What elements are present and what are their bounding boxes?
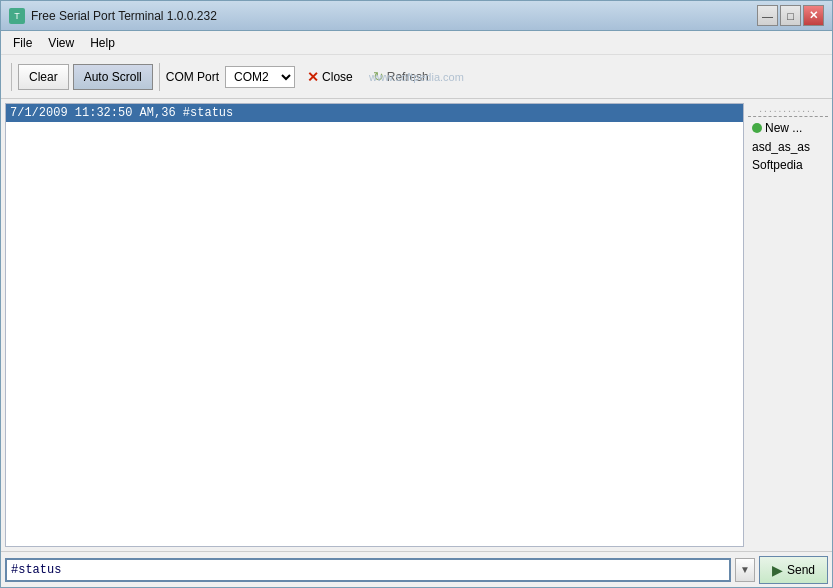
menu-bar: File View Help bbox=[1, 31, 832, 55]
separator-2 bbox=[159, 63, 160, 91]
minimize-button[interactable]: — bbox=[757, 5, 778, 26]
send-arrow-icon: ▶ bbox=[772, 562, 783, 578]
close-label: Close bbox=[322, 70, 353, 84]
new-label: New ... bbox=[765, 121, 802, 135]
x-icon: ✕ bbox=[307, 69, 319, 85]
new-button[interactable]: New ... bbox=[748, 119, 828, 137]
title-bar: T Free Serial Port Terminal 1.0.0.232 — … bbox=[1, 1, 832, 31]
menu-help[interactable]: Help bbox=[82, 34, 123, 52]
maximize-button[interactable]: □ bbox=[780, 5, 801, 26]
window-title: Free Serial Port Terminal 1.0.0.232 bbox=[31, 9, 217, 23]
refresh-icon: ↻ bbox=[373, 69, 384, 84]
close-connection-button[interactable]: ✕ Close bbox=[299, 64, 361, 90]
refresh-label: Refresh bbox=[387, 70, 429, 84]
window-controls: — □ ✕ bbox=[757, 5, 824, 26]
separator-1 bbox=[11, 63, 12, 91]
sidebar-item-softpedia[interactable]: Softpedia bbox=[748, 157, 828, 173]
sidebar-dots: ............ bbox=[748, 103, 828, 117]
main-window: T Free Serial Port Terminal 1.0.0.232 — … bbox=[0, 0, 833, 588]
title-bar-left: T Free Serial Port Terminal 1.0.0.232 bbox=[9, 8, 217, 24]
dropdown-arrow[interactable]: ▼ bbox=[735, 558, 755, 582]
menu-file[interactable]: File bbox=[5, 34, 40, 52]
app-icon: T bbox=[9, 8, 25, 24]
terminal-area[interactable]: 7/1/2009 11:32:50 AM,36 #status bbox=[5, 103, 744, 547]
new-dot-icon bbox=[752, 123, 762, 133]
send-button[interactable]: ▶ Send bbox=[759, 556, 828, 584]
window-close-button[interactable]: ✕ bbox=[803, 5, 824, 26]
command-input[interactable] bbox=[5, 558, 731, 582]
sidebar: ............ New ... asd_as_as Softpedia bbox=[748, 103, 828, 547]
com-port-select[interactable]: COM2 COM1 COM3 COM4 bbox=[225, 66, 295, 88]
com-port-label: COM Port bbox=[166, 70, 219, 84]
toolbar: Clear Auto Scroll COM Port COM2 COM1 COM… bbox=[1, 55, 832, 99]
bottom-bar: ▼ ▶ Send bbox=[1, 551, 832, 587]
clear-button[interactable]: Clear bbox=[18, 64, 69, 90]
menu-view[interactable]: View bbox=[40, 34, 82, 52]
send-label: Send bbox=[787, 563, 815, 577]
refresh-button[interactable]: ↻ Refresh bbox=[365, 64, 437, 90]
auto-scroll-button[interactable]: Auto Scroll bbox=[73, 64, 153, 90]
terminal-line: 7/1/2009 11:32:50 AM,36 #status bbox=[6, 104, 743, 122]
main-area: 7/1/2009 11:32:50 AM,36 #status ........… bbox=[1, 99, 832, 551]
sidebar-item-asd[interactable]: asd_as_as bbox=[748, 139, 828, 155]
